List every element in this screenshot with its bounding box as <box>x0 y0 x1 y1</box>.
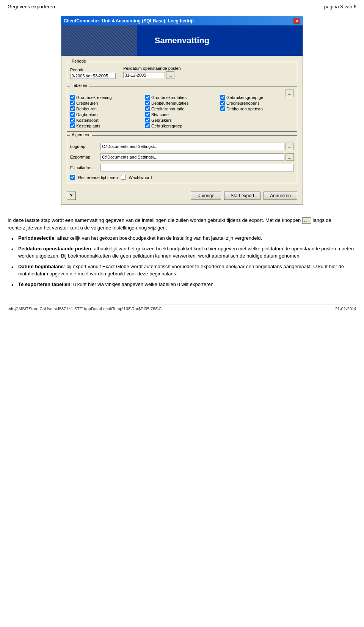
table-item <box>220 118 294 123</box>
page-header: Gegevens exporteren pagina 3 van 6 <box>8 4 356 9</box>
email-input[interactable] <box>100 164 294 171</box>
table-label: Kostenplaats <box>76 124 100 128</box>
dialog-wrapper: ClientConnector: Unit 4 Accounting (SQLB… <box>61 16 303 205</box>
table-label: Grootboekmutaties <box>151 95 187 100</box>
table-checkbox[interactable] <box>220 95 225 100</box>
wachtwoord-checkbox[interactable] <box>121 175 126 180</box>
table-checkbox[interactable] <box>145 123 150 128</box>
bullet-bold: Datum beginbalans <box>18 264 64 269</box>
table-item: Crediteurenopens <box>220 101 294 105</box>
dialog-title: ClientConnector: Unit 4 Accounting (SQLB… <box>64 18 194 24</box>
table-item <box>220 123 294 128</box>
table-item: Gebruikersgroep <box>145 123 219 128</box>
table-label: Debiteurtenmutaties <box>151 101 188 105</box>
logmap-input[interactable] <box>100 143 284 150</box>
email-label: E-mailadres <box>70 165 100 170</box>
table-checkbox[interactable] <box>70 106 75 111</box>
periode-input[interactable] <box>70 73 116 79</box>
table-checkbox[interactable] <box>70 112 75 117</box>
resterende-checkbox[interactable] <box>70 175 75 180</box>
dialog-footer: ? < Vorige Start export Annuleren <box>61 189 303 201</box>
table-item: Gebruikersgroep ge <box>220 95 294 100</box>
wachtwoord-label: Wachtwoord <box>129 175 152 180</box>
page-header-left: Gegevens exporteren <box>8 4 55 9</box>
table-item: Dagboeken <box>70 112 144 117</box>
table-label: Crediterenmutatie <box>151 107 184 111</box>
table-item: Btw-code <box>145 112 219 117</box>
table-label: Gebruikersgroep <box>151 124 182 128</box>
page-header-right: pagina 3 van 6 <box>324 4 356 9</box>
table-label: Debiteuren <box>76 107 97 111</box>
table-checkbox[interactable] <box>70 101 75 105</box>
table-item: Debiteuren <box>70 106 144 111</box>
title-bar: ClientConnector: Unit 4 Accounting (SQLB… <box>61 16 303 25</box>
peildatum-input[interactable] <box>123 72 165 78</box>
table-label: Btw-code <box>151 112 169 117</box>
table-item: Grootboekmutaties <box>145 95 219 100</box>
start-export-button[interactable]: Start export <box>224 192 260 200</box>
bullet-bold: Periodeselectie <box>18 235 54 241</box>
table-label: Gebruikers <box>151 118 172 123</box>
bullet-item: Datum beginbalans: bij export vanuit Exa… <box>11 263 356 278</box>
page-footer: mk:@MSITStore:C:\Users\J6871~1.STE\AppDa… <box>8 305 356 311</box>
logmap-browse-button[interactable]: ... <box>286 143 294 150</box>
resterende-label: Resterende tijd tonen <box>78 175 118 180</box>
algemeen-legend: Algemeen <box>70 132 92 137</box>
annuleren-button[interactable]: Annuleren <box>264 192 297 200</box>
intro-paragraph: In deze laatste stap wordt een samenvatt… <box>8 217 356 231</box>
table-label: Dagboeken <box>76 112 97 117</box>
bullet-bold: Peildatum openstaande posten <box>18 246 91 251</box>
dialog-banner: Samenvatting <box>61 25 303 56</box>
bullet-text: : afhankelijk van het gekozen boekhoudpa… <box>54 235 262 241</box>
help-button[interactable]: ? <box>67 192 76 200</box>
algemeen-section: Algemeen Logmap ... Exportmap ... E-mail… <box>67 135 297 183</box>
table-item: Kostenplaats <box>70 123 144 128</box>
banner-title: Samenvatting <box>155 36 209 46</box>
footer-date: 21-02-2014 <box>335 306 356 311</box>
table-checkbox[interactable] <box>220 101 225 105</box>
table-item: Kostensoort <box>70 118 144 123</box>
exportmap-label: Exportmap <box>70 155 100 159</box>
table-item: Grootboekrekening <box>70 95 144 100</box>
bullet-list: Periodeselectie: afhankelijk van het gek… <box>8 234 356 288</box>
main-text: In deze laatste stap wordt een samenvatt… <box>8 213 356 293</box>
vorige-button[interactable]: < Vorige <box>191 192 221 200</box>
bullet-text: : bij export vanuit Exact Globe wordt au… <box>18 264 344 277</box>
table-checkbox[interactable] <box>70 95 75 100</box>
table-label: Crediteurenopens <box>226 101 259 105</box>
tabellen-section: Tabellen ... GrootboekrekeningGrootboekm… <box>67 86 297 132</box>
peildatum-label: Peildatum openstaande posten <box>123 66 294 71</box>
table-checkbox[interactable] <box>220 106 225 111</box>
table-checkbox[interactable] <box>145 106 150 111</box>
table-checkbox[interactable] <box>70 118 75 123</box>
table-item: Debiteurtenmutaties <box>145 101 219 105</box>
peildatum-browse-button[interactable]: ... <box>166 71 174 79</box>
table-item: Debiteuren opensta <box>220 106 294 111</box>
dialog-body: Samenvatting Periode Periode Peildatum o… <box>61 25 303 205</box>
close-button[interactable]: ✕ <box>293 18 300 24</box>
table-label: Gebruikersgroep ge <box>226 95 263 100</box>
table-checkbox[interactable] <box>145 101 150 105</box>
periode-legend: Periode <box>70 59 88 63</box>
tabellen-legend: Tabellen <box>70 83 89 88</box>
bullet-bold: Te exporteren tabellen <box>18 281 71 287</box>
table-label: Kostensoort <box>76 118 99 123</box>
table-label: Crediteuren <box>76 101 98 105</box>
tabellen-browse-button[interactable]: ... <box>286 90 294 97</box>
table-checkbox[interactable] <box>145 95 150 100</box>
footer-path: mk:@MSITStore:C:\Users\J6871~1.STE\AppDa… <box>8 306 165 311</box>
inline-browse-icon: ... <box>302 217 311 224</box>
bullet-item: Peildatum openstaande posten: afhankelij… <box>11 245 356 260</box>
bullet-item: Te exporteren tabellen: u kunt hier via … <box>11 281 356 288</box>
table-item: Gebruikers <box>145 118 219 123</box>
table-label: Debiteuren opensta <box>226 107 263 111</box>
table-checkbox[interactable] <box>145 118 150 123</box>
logmap-label: Logmap <box>70 144 100 149</box>
bullet-text: : u kunt hier via vinkjes aangeven welke… <box>71 281 215 287</box>
table-checkbox[interactable] <box>70 123 75 128</box>
exportmap-browse-button[interactable]: ... <box>286 153 294 161</box>
table-item <box>220 112 294 117</box>
table-item: Crediterenmutatie <box>145 106 219 111</box>
exportmap-input[interactable] <box>100 153 284 161</box>
table-checkbox[interactable] <box>145 112 150 117</box>
